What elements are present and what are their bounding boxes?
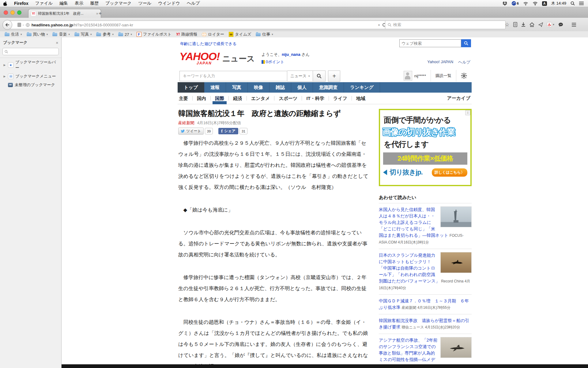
menubar-clock[interactable]: 木 14:49 [551, 1, 566, 6]
dropbox-icon[interactable] [503, 2, 507, 6]
spotlight-icon[interactable] [571, 1, 575, 6]
sidebar-search-input[interactable] [2, 48, 59, 55]
disclosure-triangle-icon[interactable]: ▶ [3, 63, 6, 67]
feedback-bubble-icon[interactable] [558, 22, 563, 27]
yahoo-japan-logo[interactable]: YAHOO! JAPAN [179, 51, 220, 62]
sidebar-item-unsorted[interactable]: 未整理のブックマーク [0, 81, 61, 89]
bookmark-reuters[interactable]: ロイター [201, 32, 225, 37]
yahoo-japan-link[interactable]: Yahoo! JAPAN [427, 59, 453, 65]
subnav-kokusai[interactable]: 国際 [210, 96, 228, 101]
menu-window[interactable]: ウインドウ [155, 0, 183, 7]
bookmark-folder-shashin[interactable]: 写真▾ [74, 32, 93, 37]
nav-tab-top[interactable]: トップ [178, 82, 204, 93]
menu-help[interactable]: ヘルプ [183, 0, 203, 7]
nav-tab-sokuho[interactable]: 速報 [204, 82, 226, 93]
menu-tools[interactable]: ツール [135, 0, 155, 7]
bookmark-folder-seikatsu[interactable]: 生活▾ [4, 32, 23, 37]
browser-search-field[interactable]: 検索 [385, 21, 506, 29]
url-bar[interactable]: › headlines.yahoo.co.jp/hl?a=20150416-00… [9, 21, 389, 29]
apple-menu-icon[interactable] [0, 0, 11, 7]
subnav-it[interactable]: IT・科学 [302, 96, 328, 101]
related-link[interactable]: アシアナ航空の事故、「2年前のサンフランシスコ空港での事故と類似」専門家が人為的… [379, 338, 437, 368]
menu-view[interactable]: 表示 [71, 0, 87, 7]
creative-cloud-icon[interactable]: 6 [511, 1, 519, 6]
window-minimize-button[interactable] [10, 10, 15, 15]
web-search-button[interactable] [461, 39, 471, 47]
subnav-life[interactable]: ライフ [329, 96, 352, 101]
browser-tab[interactable]: Y! 韓国旅客船沈没1年 政府... × [28, 9, 101, 18]
ad-info-icon[interactable]: i [465, 110, 470, 115]
kirinuki-ad-banner[interactable]: i 面倒で手間がかかる 画像の切り抜き作業 を代行します 24時間作業×低価格 … [379, 109, 472, 186]
menu-bookmarks[interactable]: ブックマーク [102, 0, 135, 7]
bookmark-filepost[interactable]: Fファイルポスト [136, 32, 172, 37]
sidebar-item-menu[interactable]: ▶ ブックマークメニュー [0, 72, 61, 81]
share-plane-icon[interactable] [538, 22, 543, 27]
bookmark-folder-kaimono[interactable]: 買い物▾ [26, 32, 49, 37]
promo-link[interactable]: 年齢に適した遊びで成長できる [180, 41, 236, 47]
menu-file[interactable]: ファイル [32, 0, 56, 7]
bookmark-folder-27[interactable]: 27▾ [117, 32, 133, 37]
add-keyword-button[interactable]: + [328, 71, 340, 82]
new-tab-button[interactable]: + [99, 10, 102, 17]
hotspot-icon[interactable] [523, 2, 528, 6]
notification-center-icon[interactable] [579, 2, 584, 5]
reading-list-icon[interactable] [513, 22, 517, 27]
sidebar-item-toolbar[interactable]: ▶ ★ ブックマークツールバー [0, 58, 61, 72]
nav-tab-eizo[interactable]: 映像 [248, 82, 270, 93]
menu-edit[interactable]: 編集 [56, 0, 71, 7]
subnav-sports[interactable]: スポーツ [274, 96, 302, 101]
subscriptions-link[interactable]: 購読一覧 [431, 70, 456, 82]
help-link[interactable]: ヘルプ [458, 59, 470, 65]
nav-tab-zasshi[interactable]: 雑誌 [270, 82, 291, 93]
nav-tab-kojin[interactable]: 個人 [291, 82, 313, 93]
back-button[interactable] [2, 20, 12, 30]
window-zoom-button[interactable] [17, 10, 21, 15]
bookmark-folder-shigoto[interactable]: 仕事▾ [255, 32, 274, 37]
bookmark-star-icon[interactable]: ☆ [505, 21, 509, 28]
username-link[interactable]: niju_nana [282, 52, 300, 57]
sidebar-close-icon[interactable]: × [56, 40, 58, 45]
nav-tab-ishikichosa[interactable]: 意識調査 [313, 82, 344, 93]
news-search-button[interactable] [313, 71, 326, 82]
subnav-shuyo[interactable]: 主要 [178, 96, 192, 101]
news-search-category-dropdown[interactable]: ニュース ▾ [287, 71, 313, 82]
tweet-button[interactable]: ツイート [178, 128, 204, 135]
related-thumbnail-statue[interactable] [440, 206, 472, 227]
news-search-input[interactable]: キーワードを入力 [179, 71, 287, 81]
wifi-icon[interactable] [533, 2, 538, 6]
downloads-icon[interactable] [521, 22, 526, 27]
url-dropdown-icon[interactable]: ▾ [378, 23, 380, 27]
window-close-button[interactable] [4, 10, 8, 15]
nav-tab-shashin[interactable]: 写真 [226, 82, 248, 93]
bookmark-folder-sankou[interactable]: 参考▾ [95, 32, 115, 37]
menu-history[interactable]: 履歴 [87, 0, 102, 7]
settings-gear-icon[interactable] [456, 70, 472, 82]
bookmark-folder-ongaku[interactable]: 音楽▾ [51, 32, 71, 37]
account-menu[interactable]: nij***** [399, 70, 431, 82]
points-link[interactable]: 0ポイント [262, 59, 310, 65]
menu-firefox[interactable]: Firefox [11, 0, 32, 7]
subnav-entame[interactable]: エンタメ [247, 96, 274, 101]
related-thumbnail-airplane[interactable] [440, 337, 472, 358]
subnav-keizai[interactable]: 経済 [228, 96, 247, 101]
subnav-chiiki[interactable]: 地域 [352, 96, 370, 101]
article-source-link[interactable]: 産経新聞 [178, 121, 194, 125]
related-link[interactable]: 米国人から見た信頼度、韓国人は４８％だが日本人は・・モラル向上訴えるコラムに「ど… [379, 207, 448, 238]
ad-cta-button[interactable]: 詳しくはこちら〉 [432, 168, 467, 177]
related-link[interactable]: 日本のスクランブル発進能力に中国ネットもビックリ！「中国軍は自衛隊のコントロール… [379, 253, 440, 283]
menu-hamburger-icon[interactable] [571, 23, 576, 27]
nav-tab-ranking[interactable]: ランキング [344, 82, 380, 93]
bookmark-rosen[interactable]: Y!路線情報 [175, 32, 198, 37]
tab-close-icon[interactable]: × [96, 11, 98, 16]
bookmark-label: 買い物 [33, 32, 45, 37]
acrobat-addon-icon[interactable]: ▾ [547, 22, 554, 27]
archive-link[interactable]: アーカイブ [447, 95, 472, 101]
bookmark-times[interactable]: タイムズ [228, 32, 252, 37]
web-search-input[interactable] [399, 39, 461, 47]
disclosure-triangle-icon[interactable]: ▶ [3, 75, 6, 78]
facebook-share-button[interactable]: f シェア [218, 128, 238, 134]
related-thumbnail-jet[interactable] [440, 252, 472, 273]
subnav-kokunai[interactable]: 国内 [192, 96, 210, 101]
home-icon[interactable] [530, 22, 534, 27]
input-source-badge[interactable]: A [542, 1, 547, 6]
